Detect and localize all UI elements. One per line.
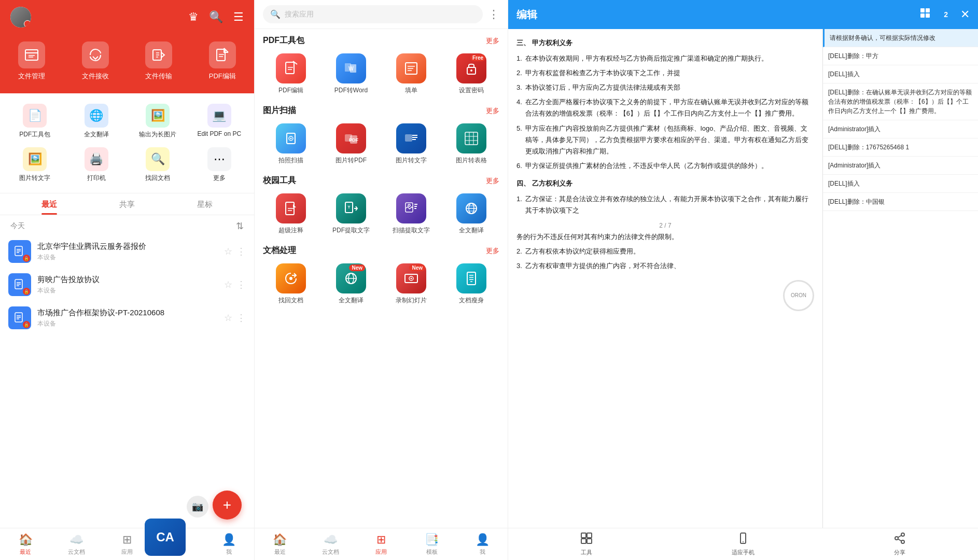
svg-point-56: [408, 204, 410, 206]
bottom-nav-recent[interactable]: 🏠 最近: [0, 528, 51, 560]
right-nav-tools[interactable]: 工具: [508, 528, 665, 560]
tool-more[interactable]: ⋯ 更多: [189, 143, 250, 187]
app-full-trans2[interactable]: 全文翻译: [443, 191, 499, 237]
doc-item-3-2: 2. 甲方有权监督和检查乙方于本协议项下之工作，并提: [516, 67, 814, 79]
tool-editpc[interactable]: 💻 Edit PDF on PC: [189, 100, 250, 143]
more-icon-2[interactable]: ⋮: [236, 279, 246, 290]
img-fmt-icon: [456, 123, 486, 153]
section-title-doc: 文档处理: [263, 245, 296, 256]
full-trans2-icon: [456, 193, 486, 223]
mid-nav-apps-label: 应用: [375, 548, 387, 556]
tab-starred[interactable]: 星标: [166, 193, 244, 215]
tool-recover[interactable]: 🔍 找回文档: [127, 143, 189, 187]
avatar[interactable]: [10, 7, 31, 27]
section-more-doc[interactable]: 更多: [486, 246, 499, 256]
super-note-icon: [276, 193, 306, 223]
bottom-nav-cloud[interactable]: ☁️ 云文档: [51, 528, 102, 560]
longimg-label: 输出为长图片: [139, 130, 176, 139]
svg-point-87: [743, 541, 744, 542]
grid-item-file-recv[interactable]: 文件接收: [64, 37, 128, 85]
svg-rect-84: [581, 539, 586, 543]
app-pdf-edit[interactable]: PDF编辑: [263, 51, 319, 97]
svg-point-37: [290, 138, 292, 139]
tool-pdf-tools[interactable]: 📄 PDF工具包: [4, 100, 66, 143]
bottom-nav-recent-label: 最近: [20, 548, 31, 556]
app-img-pdf[interactable]: PDF 图片转PDF: [323, 121, 379, 167]
comment-6: [DELL]删除：17675265468 1: [823, 138, 978, 157]
doc-item-4-1: 1. 乙方保证：其是合法设立并有效存续的独立法人，有能力开展本协议项下之合作，其…: [516, 193, 814, 216]
app-full-trans[interactable]: New 全文翻译: [323, 261, 379, 307]
app-password[interactable]: Free 设置密码: [443, 51, 499, 97]
search-icon[interactable]: 🔍: [209, 10, 223, 24]
bottom-nav-me[interactable]: 👤 我: [203, 528, 254, 560]
tool-printer[interactable]: 🖨️ 打印机: [66, 143, 128, 187]
camera-button[interactable]: 📷: [187, 496, 208, 517]
right-nav-adapt[interactable]: 适应手机: [665, 528, 821, 560]
comment-5: [Administrator]插入: [823, 120, 978, 138]
file-source-2: 本设备: [37, 286, 218, 295]
file-item-1[interactable]: 🔒 北京华宇佳业腾讯云服务器报价 本设备 ☆ ⋮: [0, 235, 254, 268]
doc-container: 三、 甲方权利义务 1. 在本协议有效期间，甲方有权经与乙方协商后指定推广渠道和…: [508, 29, 978, 528]
grid-item-file-trans[interactable]: 文件传输: [127, 37, 191, 85]
tool-translate[interactable]: 🌐 全文翻译: [66, 100, 128, 143]
section-more-campus[interactable]: 更多: [486, 176, 499, 186]
app-record-ppt[interactable]: New 录制幻灯片: [383, 261, 439, 307]
section-title-campus: 校园工具: [263, 175, 296, 186]
app-super-note[interactable]: 超级注释: [263, 191, 319, 237]
file-source-1: 本设备: [37, 253, 218, 262]
mid-nav-apps[interactable]: ⊞ 应用: [356, 528, 407, 560]
grid-view-icon[interactable]: [919, 7, 931, 22]
section-more-img[interactable]: 更多: [486, 106, 499, 116]
sort-icon[interactable]: ⇅: [236, 220, 244, 232]
app-pdf-extract[interactable]: T PDF提取文字: [323, 191, 379, 237]
mid-nav-recent[interactable]: 🏠 最近: [255, 528, 305, 560]
app-fill[interactable]: 填单: [383, 51, 439, 97]
app-full-trans2-label: 全文翻译: [459, 226, 484, 235]
right-nav-share[interactable]: 分享: [821, 528, 978, 560]
bottom-nav-apps-label: 应用: [121, 548, 133, 556]
right-bottom-nav: 工具 适应手机 分享: [508, 528, 978, 560]
tab-recent[interactable]: 最近: [10, 193, 88, 215]
star-icon-1[interactable]: ☆: [224, 246, 232, 257]
mid-more-icon[interactable]: ⋮: [488, 8, 499, 21]
tool-longimg[interactable]: 🖼️ 输出为长图片: [127, 100, 189, 143]
menu-icon[interactable]: ☰: [233, 10, 244, 24]
grid-item-file-mgr[interactable]: 文件管理: [0, 37, 64, 85]
crown-icon-left[interactable]: ♛: [188, 10, 199, 24]
share-label: 分享: [894, 549, 905, 556]
more-icon-1[interactable]: ⋮: [236, 246, 246, 257]
app-doc-slim[interactable]: 文档瘦身: [443, 261, 499, 307]
page-indicator: 2 / 7: [516, 220, 814, 231]
right-panel-title: 编辑: [516, 8, 537, 22]
share-icon: [893, 532, 906, 547]
app-doc-slim-label: 文档瘦身: [459, 296, 484, 305]
doc-item-3-4: 4. 在乙方全面严格履行本协议项下之义务的前提下，甲方应在确认账单无误并收到乙方…: [516, 96, 814, 119]
tab-shared[interactable]: 共享: [88, 193, 166, 215]
more-icon-3[interactable]: ⋮: [236, 312, 246, 324]
doc-item-3-1: 1. 在本协议有效期间，甲方有权经与乙方协商后指定推广渠道和确定的推广期执行。: [516, 53, 814, 64]
close-icon[interactable]: ✕: [960, 8, 970, 21]
app-img-txt[interactable]: 图片转文字: [383, 121, 439, 167]
section-more-pdf[interactable]: 更多: [486, 36, 499, 46]
app-photo-scan[interactable]: 拍照扫描: [263, 121, 319, 167]
app-pdf-word[interactable]: W PDF转Word: [323, 51, 379, 97]
mid-nav-me[interactable]: 👤 我: [457, 528, 508, 560]
star-icon-2[interactable]: ☆: [224, 279, 232, 290]
tabs-row: 最近 共享 星标: [0, 193, 254, 215]
mid-nav-templates[interactable]: 📑 模板: [407, 528, 457, 560]
mid-nav-cloud[interactable]: ☁️ 云文档: [305, 528, 356, 560]
app-recover-doc[interactable]: 找回文档: [263, 261, 319, 307]
add-button[interactable]: +: [213, 491, 242, 520]
app-scan-extract[interactable]: 扫描提取文字: [383, 191, 439, 237]
app-img-fmt[interactable]: 图片转表格: [443, 121, 499, 167]
oron-logo: ORON: [783, 280, 814, 311]
search-bar[interactable]: 🔍 搜索应用: [263, 5, 483, 23]
grid-item-pdf-edit[interactable]: PDF编辑: [191, 37, 255, 85]
mid-bottom-nav: 🏠 最近 ☁️ 云文档 ⊞ 应用 📑 模板 👤 我: [255, 528, 508, 560]
file-item-2[interactable]: 🔒 剪映广告投放协议 本设备 ☆ ⋮: [0, 268, 254, 301]
star-icon-3[interactable]: ☆: [224, 312, 232, 324]
tool-imgtext[interactable]: 🖼️ 图片转文字: [4, 143, 66, 187]
imgtext-label: 图片转文字: [19, 174, 50, 183]
file-item-3[interactable]: 🔒 市场推广合作框架协议-PT-20210608 本设备 ☆ ⋮: [0, 301, 254, 334]
app-record-ppt-label: 录制幻灯片: [396, 296, 427, 305]
